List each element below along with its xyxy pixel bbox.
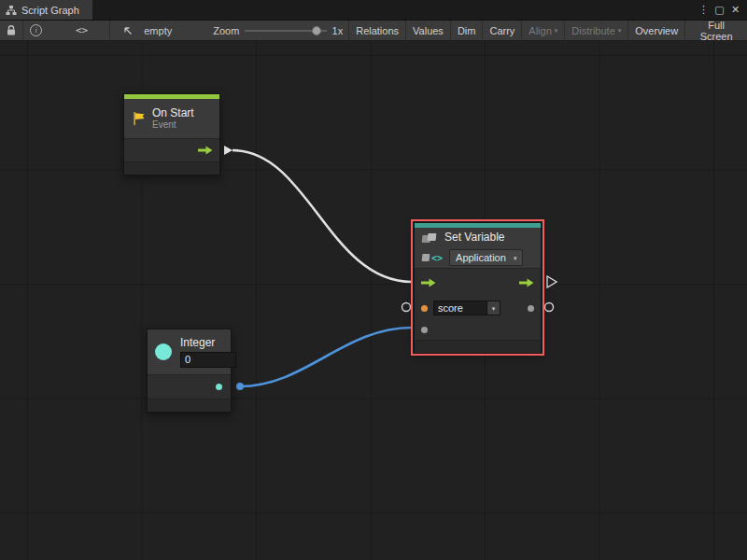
- dropdown-arrow-icon: ▾: [514, 255, 517, 261]
- zoom-value: 1x: [332, 25, 344, 36]
- toolbar-buttons: Relations Values Dim Carry Align ▾ Distr…: [348, 21, 747, 41]
- integer-title-and-value: Integer 0: [180, 336, 236, 368]
- set-variable-header[interactable]: Set Variable: [415, 228, 541, 247]
- align-button[interactable]: Align ▾: [521, 21, 564, 41]
- carry-label: Carry: [489, 25, 514, 36]
- values-label: Values: [413, 25, 444, 36]
- wires-layer: [0, 41, 747, 560]
- flow-output-port[interactable]: [198, 146, 213, 155]
- node-title: On Start: [152, 106, 194, 119]
- node-footer: [415, 340, 541, 353]
- setvariable-external-flow-output-port[interactable]: [547, 276, 557, 287]
- info-glyph: i: [30, 24, 42, 36]
- on-start-titles: On Start Event: [152, 106, 194, 131]
- align-label: Align: [529, 25, 551, 36]
- carry-button[interactable]: Carry: [482, 21, 521, 41]
- node-footer: [124, 161, 219, 175]
- lock-icon[interactable]: [0, 21, 22, 41]
- value-input-row: [415, 319, 541, 340]
- on-start-body: [124, 138, 219, 161]
- integer-body: [148, 374, 231, 399]
- integer-icon: [155, 343, 172, 360]
- flag-icon: [132, 111, 146, 126]
- node-set-variable[interactable]: Set Variable <> Application ▾: [414, 222, 542, 353]
- on-start-header[interactable]: On Start Event: [124, 99, 219, 138]
- variable-name-dropdown-button[interactable]: ▾: [487, 301, 500, 315]
- overview-button[interactable]: Overview: [627, 21, 684, 41]
- integer-header[interactable]: Integer 0: [148, 329, 231, 374]
- dim-label: Dim: [458, 25, 476, 36]
- flow-wire-start-arrow: [224, 146, 233, 155]
- notes-icon: [422, 232, 438, 244]
- integer-output-port[interactable]: [216, 384, 222, 390]
- overview-label: Overview: [635, 25, 678, 36]
- toolbar-divider: [109, 21, 110, 41]
- dropdown-arrow-icon: ▾: [492, 305, 496, 312]
- window-menu-icon[interactable]: ⋮: [696, 4, 712, 16]
- code-glyph: <>: [76, 24, 88, 36]
- variable-kind-icon: <>: [422, 253, 443, 263]
- script-graph-window: Script Graph ⋮ ▢ ✕ i <> empty Zo: [0, 0, 747, 560]
- dim-button[interactable]: Dim: [450, 21, 483, 41]
- tab-script-graph[interactable]: Script Graph: [0, 0, 92, 20]
- relations-label: Relations: [356, 25, 399, 36]
- code-view-icon[interactable]: <>: [69, 21, 94, 41]
- maximize-icon[interactable]: ▢: [712, 4, 727, 16]
- tab-label: Script Graph: [21, 5, 79, 16]
- setvariable-external-input-port[interactable]: [402, 303, 411, 312]
- info-icon[interactable]: i: [23, 21, 49, 41]
- variable-name-value[interactable]: score: [433, 301, 487, 315]
- selection-status: empty: [144, 25, 172, 36]
- variable-name-port[interactable]: [421, 305, 428, 312]
- setvariable-external-output-port[interactable]: [545, 303, 554, 312]
- graph-toolbar: i <> empty Zoom 1x Relations Values Dim: [0, 21, 747, 41]
- graph-icon: [6, 5, 17, 16]
- set-variable-body: score ▾: [415, 268, 541, 340]
- zoom-slider[interactable]: [245, 21, 326, 41]
- variable-name-row: score ▾: [415, 297, 541, 319]
- code-glyph: <>: [431, 253, 443, 263]
- scope-value: Application: [456, 252, 506, 263]
- variable-scope-dropdown[interactable]: Application ▾: [449, 249, 523, 266]
- value-output-port[interactable]: [528, 305, 534, 312]
- node-subtitle: Event: [152, 119, 194, 131]
- zoom-label: Zoom: [213, 25, 239, 36]
- window-controls: ⋮ ▢ ✕: [696, 0, 747, 20]
- wire-integer-to-setvariable[interactable]: [240, 328, 412, 386]
- node-title: Integer: [180, 336, 236, 349]
- flow-port-row: [415, 269, 541, 297]
- flow-output-port[interactable]: [519, 278, 534, 287]
- close-icon[interactable]: ✕: [727, 4, 743, 16]
- dropdown-arrow-icon: ▾: [555, 27, 558, 34]
- dropdown-arrow-icon: ▾: [618, 27, 622, 34]
- set-variable-subheader: <> Application ▾: [415, 247, 541, 268]
- flow-input-port[interactable]: [421, 278, 436, 287]
- distribute-label: Distribute: [571, 25, 614, 36]
- variable-name-combo[interactable]: score ▾: [433, 301, 500, 315]
- integer-value-field[interactable]: 0: [180, 352, 236, 368]
- selection-arrow-icon: [116, 21, 140, 41]
- full-screen-button[interactable]: Full Screen: [684, 21, 747, 41]
- values-button[interactable]: Values: [405, 21, 450, 41]
- titlebar: Script Graph ⋮ ▢ ✕: [0, 0, 747, 21]
- node-on-start[interactable]: On Start Event: [123, 93, 220, 175]
- graph-canvas[interactable]: On Start Event Set Variable <>: [0, 41, 747, 560]
- wire-onstart-to-setvariable[interactable]: [233, 150, 412, 282]
- full-screen-label: Full Screen: [692, 20, 740, 42]
- node-integer[interactable]: Integer 0: [147, 329, 232, 413]
- value-input-port[interactable]: [421, 327, 428, 333]
- zoom-slider-handle[interactable]: [312, 26, 321, 35]
- distribute-button[interactable]: Distribute ▾: [564, 21, 627, 41]
- relations-button[interactable]: Relations: [348, 21, 405, 41]
- value-wire-start-dot: [236, 383, 244, 390]
- node-title: Set Variable: [444, 231, 504, 244]
- node-footer: [148, 399, 231, 412]
